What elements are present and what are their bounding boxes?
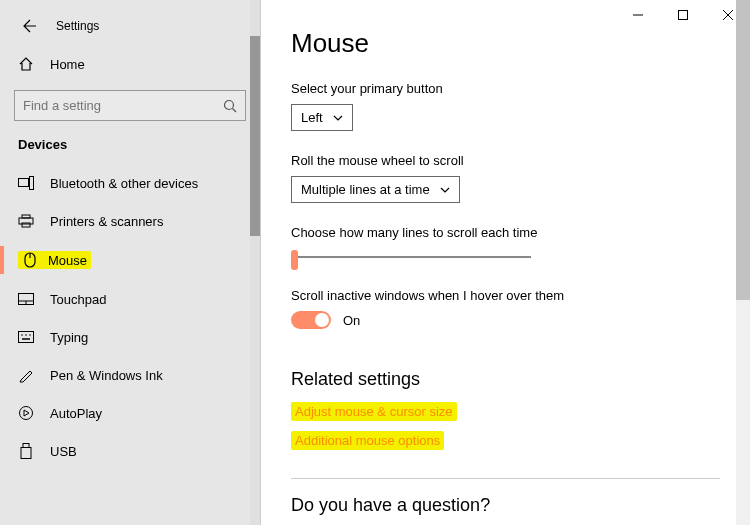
inactive-toggle[interactable]	[291, 311, 331, 329]
svg-point-21	[20, 407, 33, 420]
maximize-icon	[678, 10, 688, 20]
devices-icon	[18, 175, 34, 191]
home-label: Home	[50, 57, 85, 72]
related-link-cursor-size[interactable]: Adjust mouse & cursor size	[291, 402, 457, 421]
primary-button-value: Left	[301, 110, 323, 125]
wheel-scroll-value: Multiple lines at a time	[301, 182, 430, 197]
sidebar-item-printers[interactable]: Printers & scanners	[0, 202, 260, 240]
primary-button-label: Select your primary button	[291, 81, 720, 96]
svg-rect-16	[19, 332, 34, 343]
svg-point-4	[225, 100, 234, 109]
sidebar-item-pen[interactable]: Pen & Windows Ink	[0, 356, 260, 394]
sidebar-item-bluetooth[interactable]: Bluetooth & other devices	[0, 164, 260, 202]
wheel-scroll-select[interactable]: Multiple lines at a time	[291, 176, 460, 203]
lines-slider[interactable]	[291, 248, 531, 266]
svg-rect-7	[30, 177, 34, 190]
svg-rect-1	[678, 11, 687, 20]
primary-button-select[interactable]: Left	[291, 104, 353, 131]
maximize-button[interactable]	[660, 0, 705, 30]
sidebar-item-usb[interactable]: USB	[0, 432, 260, 470]
back-button[interactable]	[18, 16, 38, 36]
sidebar-item-label: AutoPlay	[50, 406, 102, 421]
app-title: Settings	[56, 19, 99, 33]
printer-icon	[18, 213, 34, 229]
svg-rect-6	[19, 179, 29, 187]
page-heading: Mouse	[291, 28, 720, 59]
sidebar-item-label: Mouse	[48, 253, 87, 268]
sidebar-item-touchpad[interactable]: Touchpad	[0, 280, 260, 318]
search-icon	[222, 98, 238, 114]
divider	[291, 478, 720, 479]
related-link-mouse-options[interactable]: Additional mouse options	[291, 431, 444, 450]
pen-icon	[18, 367, 34, 383]
minimize-button[interactable]	[615, 0, 660, 30]
svg-point-18	[25, 334, 27, 336]
sidebar-item-label: Pen & Windows Ink	[50, 368, 163, 383]
sidebar-item-label: Printers & scanners	[50, 214, 163, 229]
sidebar-item-label: USB	[50, 444, 77, 459]
toggle-knob	[315, 313, 329, 327]
mouse-icon	[22, 252, 38, 268]
sidebar-item-mouse[interactable]: Mouse	[0, 240, 260, 280]
svg-point-17	[21, 334, 23, 336]
inactive-label: Scroll inactive windows when I hover ove…	[291, 288, 720, 303]
slider-track	[291, 256, 531, 258]
question-heading: Do you have a question?	[291, 495, 720, 516]
home-nav[interactable]: Home	[0, 46, 260, 82]
sidebar-item-autoplay[interactable]: AutoPlay	[0, 394, 260, 432]
content-pane: Mouse Select your primary button Left Ro…	[261, 0, 750, 525]
content-scrollbar-thumb[interactable]	[736, 0, 750, 300]
autoplay-icon	[18, 405, 34, 421]
touchpad-icon	[18, 291, 34, 307]
minimize-icon	[633, 10, 643, 20]
close-button[interactable]	[705, 0, 750, 30]
wheel-scroll-label: Roll the mouse wheel to scroll	[291, 153, 720, 168]
svg-rect-22	[23, 444, 29, 448]
home-icon	[18, 56, 34, 72]
svg-line-5	[233, 108, 237, 112]
close-icon	[723, 10, 733, 20]
svg-rect-9	[22, 215, 30, 218]
usb-icon	[18, 443, 34, 459]
sidebar-item-label: Touchpad	[50, 292, 106, 307]
search-input[interactable]	[14, 90, 246, 121]
chevron-down-icon	[333, 115, 343, 121]
slider-thumb[interactable]	[291, 250, 298, 270]
sidebar-item-label: Bluetooth & other devices	[50, 176, 198, 191]
sidebar: Settings Home Devices Bluetooth & other …	[0, 0, 261, 525]
svg-point-19	[29, 334, 31, 336]
back-arrow-icon	[20, 18, 36, 34]
chevron-down-icon	[440, 187, 450, 193]
sidebar-section-label: Devices	[0, 133, 260, 164]
lines-label: Choose how many lines to scroll each tim…	[291, 225, 720, 240]
keyboard-icon	[18, 329, 34, 345]
inactive-state: On	[343, 313, 360, 328]
sidebar-item-typing[interactable]: Typing	[0, 318, 260, 356]
sidebar-item-label: Typing	[50, 330, 88, 345]
svg-rect-23	[21, 448, 31, 459]
related-heading: Related settings	[291, 369, 720, 390]
